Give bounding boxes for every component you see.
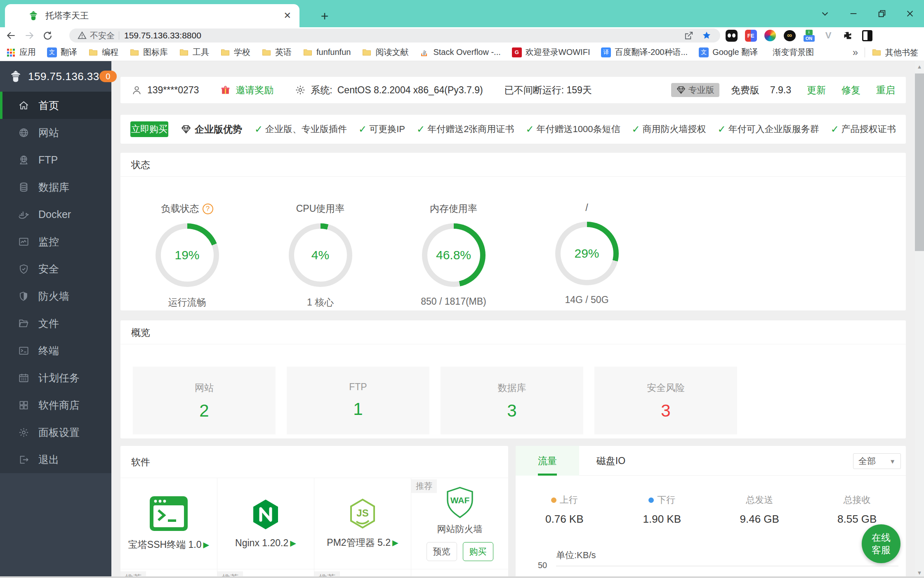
software-name-text: Nginx 1.20.2 — [235, 538, 288, 549]
fe-extension-icon[interactable]: FE — [745, 29, 757, 42]
invite-reward-link[interactable]: 邀请奖励 — [236, 84, 273, 97]
traffic-filter-select[interactable]: 全部 ▼ — [853, 453, 901, 469]
bookmark-item[interactable]: 文翻译 — [47, 47, 77, 58]
on-extension-icon[interactable]: iON — [803, 29, 815, 42]
share-icon[interactable] — [681, 28, 695, 43]
help-icon[interactable]: ? — [203, 204, 213, 214]
software-card-PM2管理器[interactable]: JSPM2管理器 5.2▶ — [314, 478, 411, 569]
overview-card-value: 1 — [287, 399, 429, 419]
overview-card-数据库[interactable]: 数据库3 — [441, 367, 583, 434]
tab-流量[interactable]: 流量 — [516, 446, 579, 476]
window-bottom-edge — [0, 576, 924, 578]
bookmark-item[interactable]: 工具 — [179, 47, 209, 58]
traffic-stat-value: 1.90 KB — [613, 513, 711, 526]
chart-gridline — [556, 566, 898, 566]
reload-button[interactable] — [40, 28, 54, 43]
restart-link[interactable]: 重启 — [876, 84, 895, 97]
scroll-up-icon[interactable]: ▲ — [915, 61, 924, 72]
status-gauge: 内存使用率46.8%850 / 1817(MB) — [387, 202, 520, 309]
sidebar-item-settings[interactable]: 面板设置 — [0, 419, 111, 446]
play-icon[interactable]: ▶ — [203, 540, 210, 550]
update-link[interactable]: 更新 — [807, 84, 826, 97]
folder-icon — [179, 47, 189, 57]
sidebar-item-store[interactable]: 软件商店 — [0, 391, 111, 419]
software-card-宝塔SSH终端[interactable]: 宝塔SSH终端 1.0▶ — [120, 478, 217, 569]
bookmark-item[interactable]: 学校 — [220, 47, 250, 58]
tab-磁盘IO[interactable]: 磁盘IO — [579, 446, 643, 476]
software-card-Nginx[interactable]: Nginx 1.20.2▶ — [217, 478, 314, 569]
sidebar-item-files[interactable]: 文件 — [0, 310, 111, 337]
message-count-badge[interactable]: 0 — [99, 71, 117, 82]
page-scrollbar[interactable]: ▲ ▼ — [915, 61, 924, 578]
sidebar-item-logout[interactable]: 退出 — [0, 446, 111, 473]
restore-button[interactable] — [870, 0, 894, 27]
bookmark-item[interactable]: G欢迎登录WOWIFI — [512, 47, 590, 58]
play-icon[interactable]: ▶ — [392, 538, 398, 547]
sidebar-item-terminal[interactable]: 终端 — [0, 337, 111, 364]
traffic-stats: 上行0.76 KB下行1.90 KB总发送9.46 GB总接收8.55 GB — [516, 494, 906, 526]
bookmark-item[interactable]: 阅读文献 — [362, 47, 408, 58]
overview-card-FTP[interactable]: FTP1 — [287, 367, 429, 434]
pro-version-badge[interactable]: 专业版 — [671, 83, 719, 97]
bookmark-label: Google 翻译 — [712, 47, 758, 58]
sidebar-item-label: 监控 — [38, 235, 59, 249]
sidebar-item-label: 网站 — [38, 126, 59, 140]
minimize-button[interactable] — [841, 0, 866, 27]
bookmark-item[interactable]: 译百度翻译-200种语... — [601, 47, 688, 58]
sidebar-item-ftp[interactable]: FTP — [0, 146, 111, 173]
address-bar[interactable]: 不安全 159.75.136.33:8800 — [69, 28, 720, 43]
gauge-label-text: CPU使用率 — [296, 202, 345, 215]
repair-link[interactable]: 修复 — [842, 84, 860, 97]
bookmark-item[interactable]: 编程 — [88, 47, 118, 58]
sidebar-item-cron[interactable]: 计划任务 — [0, 364, 111, 391]
puzzle-extensions-icon[interactable] — [842, 29, 854, 42]
software-card-网站防火墙[interactable]: 推荐WAF网站防火墙预览购买 — [411, 478, 508, 569]
bookmark-item[interactable]: 英语 — [262, 47, 292, 58]
server-ip[interactable]: 159.75.136.33 — [28, 70, 99, 83]
bookmark-item[interactable]: 应用 — [6, 47, 36, 58]
infinity-extension-icon[interactable]: ∞ — [783, 29, 796, 42]
sidebar-item-security[interactable]: 安全 — [0, 255, 111, 282]
forward-button[interactable] — [22, 28, 36, 43]
bookmark-star-icon[interactable] — [700, 28, 714, 43]
browser-tab[interactable]: 托塔李天王 ✕ — [5, 4, 299, 27]
color-feather-extension-icon[interactable] — [764, 29, 776, 42]
sidebar-item-firewall[interactable]: 防火墙 — [0, 282, 111, 310]
sidebar-item-database[interactable]: 数据库 — [0, 173, 111, 201]
vue-devtools-icon[interactable]: V — [822, 29, 834, 42]
tab-search-icon[interactable] — [813, 0, 837, 27]
sidebar-item-monitor[interactable]: 监控 — [0, 228, 111, 255]
preview-button[interactable]: 预览 — [427, 542, 457, 561]
sidebar-item-site[interactable]: 网站 — [0, 119, 111, 146]
traffic-stat-label: 上行 — [516, 494, 613, 506]
sidebar-item-docker[interactable]: Docker — [0, 201, 111, 228]
back-button[interactable] — [4, 28, 18, 43]
logout-icon — [18, 454, 29, 465]
address-url[interactable]: 159.75.136.33:8800 — [124, 31, 677, 40]
tab-close-icon[interactable]: ✕ — [284, 10, 291, 21]
other-bookmarks-folder[interactable]: 其他书签 — [872, 47, 918, 58]
reader-extension-icon[interactable] — [861, 29, 873, 42]
user-phone[interactable]: 139****0273 — [147, 85, 199, 96]
dark-goggles-extension-icon[interactable] — [725, 29, 738, 42]
close-window-button[interactable] — [898, 0, 922, 27]
buy-button[interactable]: 购买 — [463, 542, 493, 561]
buy-now-button[interactable]: 立即购买 — [130, 121, 168, 137]
address-divider — [119, 31, 119, 40]
overview-card-网站[interactable]: 网站2 — [133, 367, 276, 434]
sidebar-item-home[interactable]: 首页 — [0, 92, 111, 119]
software-name: 网站防火墙 — [437, 523, 483, 535]
overview-card-安全风险[interactable]: 安全风险3 — [594, 367, 737, 434]
play-icon[interactable]: ▶ — [290, 538, 296, 548]
scrollbar-thumb[interactable] — [915, 73, 924, 251]
bookmark-item[interactable]: 图标库 — [130, 47, 168, 58]
info-bar: 139****0273 邀请奖励 系统: CentOS 8.2.2004 x86… — [120, 77, 906, 103]
new-tab-button[interactable]: + — [316, 7, 333, 25]
bookmark-item[interactable]: funfunfun — [303, 47, 351, 57]
online-support-button[interactable]: 在线 客服 — [862, 524, 900, 563]
bookmark-item[interactable]: 渐变背景图 — [769, 47, 814, 58]
bookmark-item[interactable]: 文Google 翻译 — [699, 47, 758, 58]
bookmark-item[interactable]: Stack Overflow -... — [420, 47, 500, 57]
bookmarks-divider — [865, 47, 865, 57]
bookmarks-overflow-icon[interactable]: » — [853, 47, 858, 58]
